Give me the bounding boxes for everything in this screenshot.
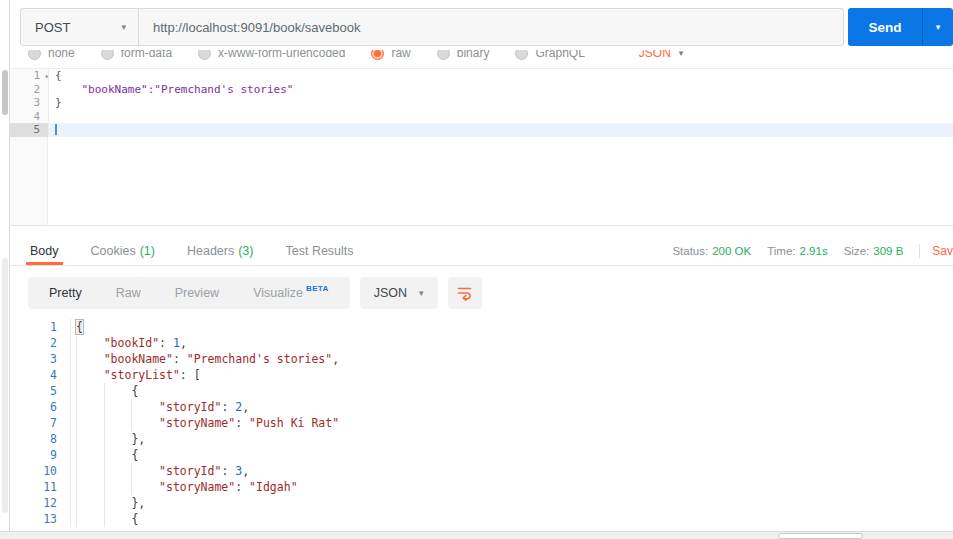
line-number: 12	[10, 495, 70, 511]
send-button[interactable]: Send ▾	[848, 8, 953, 46]
editor-code-line[interactable]	[48, 110, 953, 124]
indent-guide	[104, 383, 132, 399]
body-mode-label: GraphQL	[535, 50, 584, 60]
chevron-down-icon: ▾	[936, 23, 941, 32]
indent-guide	[76, 511, 104, 527]
divider	[919, 244, 920, 258]
language-label: JSON	[639, 50, 671, 60]
radio-icon	[101, 50, 114, 60]
editor-line: 3}	[10, 96, 953, 110]
line-number: 11	[10, 479, 70, 495]
response-line: 11"storyName": "Idgah"	[10, 479, 953, 495]
line-number: 9	[10, 447, 70, 463]
line-number: 5	[10, 383, 70, 399]
indent-guide	[104, 479, 132, 495]
request-response-panel: POST ▾ http://localhost:9091/book/savebo…	[10, 0, 953, 539]
request-body-editor[interactable]: 1▾{2 "bookName":"Premchand's stories"3}4…	[10, 68, 953, 226]
line-number: 13	[10, 511, 70, 527]
body-mode-form-data[interactable]: form-data	[101, 50, 172, 60]
response-tabs: BodyCookies(1)Headers(3)Test Results	[28, 236, 356, 265]
line-number: 5	[10, 123, 48, 137]
line-number: 3	[10, 96, 48, 110]
view-tab-label: Raw	[116, 277, 141, 309]
text-cursor	[55, 124, 57, 135]
body-modes-row: noneform-datax-www-form-urlencodedrawbin…	[28, 50, 953, 60]
indent-guide	[131, 463, 159, 479]
send-button-label[interactable]: Send	[848, 8, 922, 46]
response-code-line: "storyId": 2,	[70, 399, 953, 415]
url-input[interactable]: http://localhost:9091/book/savebook	[139, 9, 843, 45]
body-mode-binary[interactable]: binary	[437, 50, 490, 60]
chevron-down-icon: ▾	[121, 23, 126, 32]
indent-guide	[76, 415, 104, 431]
response-meta: Status:200 OKTime:2.91sSize:309 B Sav	[656, 236, 953, 265]
response-line: 2"bookId": 1,	[10, 335, 953, 351]
body-mode-label: x-www-form-urlencoded	[218, 50, 345, 60]
view-tab-raw[interactable]: Raw	[99, 277, 158, 309]
response-line: 12},	[10, 495, 953, 511]
editor-code-line[interactable]: {	[48, 69, 953, 83]
horizontal-scrollbar[interactable]	[0, 531, 953, 539]
request-url-row: POST ▾ http://localhost:9091/book/savebo…	[20, 8, 953, 46]
tab-label: Cookies	[91, 244, 136, 258]
meta-value: 200 OK	[712, 245, 751, 257]
view-tab-label: Visualize	[253, 277, 303, 309]
response-code-line: {	[70, 383, 953, 399]
radio-icon	[371, 50, 384, 60]
language-dropdown[interactable]: JSON▾	[639, 50, 684, 60]
meta-size-: Size:309 B	[844, 245, 904, 257]
view-tab-preview[interactable]: Preview	[158, 277, 236, 309]
response-body-viewer[interactable]: 1{2"bookId": 1,3"bookName": "Premchand's…	[10, 314, 953, 527]
response-line: 8},	[10, 431, 953, 447]
wrap-lines-button[interactable]	[448, 277, 482, 309]
view-tab-visualize[interactable]: VisualizeBETA	[236, 277, 346, 309]
body-mode-bar: noneform-datax-www-form-urlencodedrawbin…	[28, 50, 953, 65]
send-options-button[interactable]: ▾	[922, 8, 953, 46]
response-format-dropdown[interactable]: JSON ▾	[360, 277, 438, 309]
left-panel-edge	[0, 0, 10, 531]
indent-guide	[76, 351, 104, 367]
indent-guide	[76, 367, 104, 383]
chevron-down-icon: ▾	[419, 289, 424, 298]
line-number: 7	[10, 415, 70, 431]
response-line: 9{	[10, 447, 953, 463]
tab-count-badge: (3)	[238, 244, 253, 258]
vertical-scrollbar-thumb[interactable]	[2, 70, 8, 115]
line-number: 4	[10, 367, 70, 383]
response-view-tabs: PrettyRawPreviewVisualizeBETA	[28, 277, 350, 309]
response-tab-body[interactable]: Body	[28, 236, 61, 265]
response-tab-test-results[interactable]: Test Results	[283, 236, 355, 265]
radio-icon	[198, 50, 211, 60]
tab-label: Headers	[187, 244, 234, 258]
horizontal-scrollbar-thumb[interactable]	[778, 533, 863, 539]
body-mode-none[interactable]: none	[28, 50, 75, 60]
vertical-scrollbar-thumb[interactable]	[2, 258, 8, 513]
method-dropdown[interactable]: POST ▾	[21, 9, 139, 45]
body-mode-x-www-form-urlencoded[interactable]: x-www-form-urlencoded	[198, 50, 345, 60]
indent-guide	[76, 495, 104, 511]
indent-guide	[104, 415, 132, 431]
indent-guide	[104, 431, 132, 447]
response-tab-cookies[interactable]: Cookies(1)	[89, 236, 157, 265]
line-number: 10	[10, 463, 70, 479]
view-tab-pretty[interactable]: Pretty	[32, 277, 99, 309]
editor-code-line[interactable]: "bookName":"Premchand's stories"	[48, 83, 953, 97]
response-code-line: "bookId": 1,	[70, 335, 953, 351]
response-line: 7"storyName": "Push Ki Rat"	[10, 415, 953, 431]
editor-code-line[interactable]: }	[48, 96, 953, 110]
view-tab-label: Pretty	[49, 277, 82, 309]
response-header: BodyCookies(1)Headers(3)Test Results Sta…	[10, 236, 953, 266]
view-tab-label: Preview	[175, 277, 219, 309]
editor-code-line[interactable]	[48, 123, 953, 137]
body-mode-graphql[interactable]: GraphQL	[515, 50, 584, 60]
meta-label: Time:	[767, 245, 795, 257]
editor-gutter	[10, 137, 48, 226]
line-number: 2	[10, 335, 70, 351]
response-code-line: },	[70, 495, 953, 511]
response-tab-headers[interactable]: Headers(3)	[185, 236, 256, 265]
indent-guide	[104, 447, 132, 463]
body-mode-raw[interactable]: raw	[371, 50, 410, 60]
save-response-link[interactable]: Sav	[932, 244, 953, 258]
fold-arrow-icon[interactable]: ▾	[44, 70, 49, 84]
meta-time-: Time:2.91s	[767, 245, 827, 257]
